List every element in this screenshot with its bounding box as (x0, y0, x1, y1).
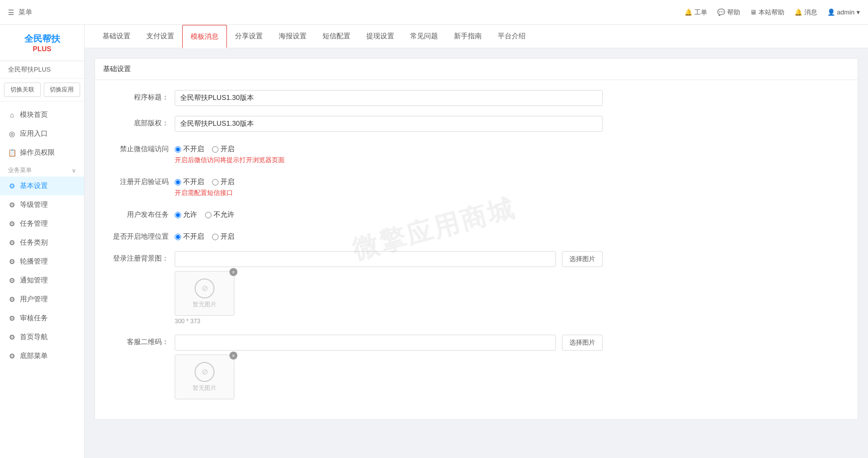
nav-item-carousel-management[interactable]: ⚙ 轮播管理 (0, 252, 84, 271)
register-verify-control: 不开启 开启 开启需配置短信接口 (175, 175, 603, 197)
service-qr-close-btn[interactable]: × (229, 352, 237, 360)
carousel-icon: ⚙ (8, 258, 16, 266)
content-area: 基础设置 程序标题： 底部版权： (85, 48, 868, 430)
user-icon: 👤 (827, 8, 835, 16)
login-bg-input[interactable] (175, 251, 556, 267)
user-publish-allow-radio[interactable] (175, 212, 181, 218)
program-title-input[interactable] (175, 90, 603, 106)
nav-item-operator-permission[interactable]: 📋 操作员权限 (0, 143, 84, 162)
home-nav-icon: ⚙ (8, 333, 16, 341)
nav-item-bottom-menu[interactable]: ⚙ 底部菜单 (0, 347, 84, 366)
disable-wechat-on-option[interactable]: 开启 (212, 145, 234, 154)
service-qr-label: 客服二维码： (110, 335, 175, 347)
topbar-right: 🔔 工单 💬 帮助 🖥 本站帮助 🔔 消息 👤 admin ▾ (684, 8, 860, 17)
nav-item-home-nav[interactable]: ⚙ 首页导航 (0, 328, 84, 347)
bottom-copyright-input[interactable] (175, 116, 603, 132)
home-icon: ⌂ (8, 111, 16, 119)
form-row-disable-wechat: 禁止微信端访问 不开启 开启 开启后微信访问将提示 (110, 142, 843, 165)
switch-app-btn[interactable]: 切换应用 (44, 83, 81, 97)
service-qr-btn[interactable]: 选择图片 (562, 335, 603, 351)
login-bg-label: 登录注册背景图： (110, 251, 175, 263)
nav-label-level-management: 等级管理 (20, 200, 48, 209)
workorder-icon: 🔔 (684, 8, 692, 16)
nav-item-module-home[interactable]: ⌂ 模块首页 (0, 105, 84, 124)
tab-basic-settings[interactable]: 基础设置 (95, 25, 138, 48)
form-container: 程序标题： 底部版权： 禁止微信端访问 (95, 80, 858, 420)
collapse-icon: ∨ (72, 167, 76, 174)
task-category-icon: ⚙ (8, 239, 16, 247)
nav-item-level-management[interactable]: ⚙ 等级管理 (0, 195, 84, 214)
register-verify-off-radio[interactable] (175, 179, 181, 185)
notification-management-icon: ⚙ (8, 276, 16, 284)
form-row-register-verify: 注册开启验证码 不开启 开启 开启需配置短信接口 (110, 175, 843, 197)
register-verify-on-option[interactable]: 开启 (212, 178, 234, 186)
help-icon: 💬 (717, 8, 725, 16)
disable-wechat-label: 禁止微信端访问 (110, 142, 175, 154)
tab-platform-intro[interactable]: 平台介绍 (490, 25, 534, 48)
level-management-icon: ⚙ (8, 201, 16, 209)
geo-location-on-option[interactable]: 开启 (212, 232, 234, 241)
geo-location-radio-group: 不开启 开启 (175, 229, 603, 241)
user-publish-label: 用户发布任务 (110, 207, 175, 219)
geo-location-on-radio[interactable] (212, 234, 218, 240)
nav-item-user-management[interactable]: ⚙ 用户管理 (0, 290, 84, 309)
geo-location-label: 是否开启地理位置 (110, 229, 175, 241)
user-management-icon: ⚙ (8, 295, 16, 303)
nav-label-notification-management: 通知管理 (20, 276, 48, 285)
form-row-bottom-copyright: 底部版权： (110, 116, 843, 132)
register-verify-off-label: 不开启 (183, 178, 204, 186)
program-title-label: 程序标题： (110, 90, 175, 102)
user-publish-deny-label: 不允许 (214, 210, 234, 219)
user-label: admin (837, 8, 855, 16)
sidebar-nav: ⌂ 模块首页 ◎ 应用入口 📋 操作员权限 业务菜单 ∨ ⚙ 基本设置 ⚙ 等 (0, 101, 84, 369)
geo-location-off-option[interactable]: 不开启 (175, 232, 204, 241)
logo-sub: PLUS (8, 45, 76, 53)
service-qr-preview-wrap: ⊘ 暂无图片 × (175, 355, 234, 399)
login-bg-close-btn[interactable]: × (229, 268, 237, 276)
tab-poster-settings[interactable]: 海报设置 (271, 25, 315, 48)
disable-wechat-off-option[interactable]: 不开启 (175, 145, 204, 154)
sidebar-switch-btns: 切换关联 切换应用 (0, 79, 84, 101)
tab-withdraw-settings[interactable]: 提现设置 (358, 25, 402, 48)
nav-label-task-management: 任务管理 (20, 219, 48, 228)
site-help-icon: 🖥 (750, 8, 757, 16)
nav-item-task-management[interactable]: ⚙ 任务管理 (0, 214, 84, 233)
disable-wechat-on-radio[interactable] (212, 146, 218, 153)
nav-label-carousel-management: 轮播管理 (20, 257, 48, 266)
user-publish-deny-radio[interactable] (205, 212, 212, 218)
site-help-label: 本站帮助 (759, 8, 784, 17)
tab-beginner-guide[interactable]: 新手指南 (446, 25, 490, 48)
register-verify-on-radio[interactable] (212, 179, 218, 185)
site-help-item[interactable]: 🖥 本站帮助 (750, 8, 784, 17)
switch-association-btn[interactable]: 切换关联 (4, 83, 41, 97)
login-bg-preview-wrap: ⊘ 暂无图片 × (175, 271, 234, 316)
login-bg-btn[interactable]: 选择图片 (562, 251, 603, 267)
workorder-item[interactable]: 🔔 工单 (684, 8, 707, 17)
nav-item-app-entry[interactable]: ◎ 应用入口 (0, 124, 84, 143)
register-verify-off-option[interactable]: 不开启 (175, 178, 204, 186)
tab-share-settings[interactable]: 分享设置 (227, 25, 271, 48)
tab-template-message[interactable]: 模板消息 (182, 25, 227, 48)
nav-item-review-task[interactable]: ⚙ 审核任务 (0, 309, 84, 328)
menu-icon: ☰ (8, 8, 14, 16)
nav-item-task-category[interactable]: ⚙ 任务类别 (0, 233, 84, 252)
user-publish-deny-option[interactable]: 不允许 (205, 210, 234, 219)
login-bg-control: 选择图片 ⊘ 暂无图片 × 300 * 373 (175, 251, 603, 325)
topbar: ☰ 菜单 🔔 工单 💬 帮助 🖥 本站帮助 🔔 消息 👤 admin ▾ (0, 0, 868, 25)
tab-faq[interactable]: 常见问题 (402, 25, 446, 48)
nav-item-basic-settings[interactable]: ⚙ 基本设置 (0, 177, 84, 195)
tab-sms-config[interactable]: 短信配置 (315, 25, 358, 48)
geo-location-off-radio[interactable] (175, 234, 181, 240)
tabs-bar: 基础设置 支付设置 模板消息 分享设置 海报设置 短信配置 提现设置 常见问题 … (85, 25, 868, 48)
user-publish-allow-option[interactable]: 允许 (175, 210, 197, 219)
tab-payment-settings[interactable]: 支付设置 (138, 25, 182, 48)
bottom-menu-icon: ⚙ (8, 352, 16, 360)
user-item[interactable]: 👤 admin ▾ (827, 8, 860, 16)
form-row-login-bg: 登录注册背景图： 选择图片 ⊘ 暂无图片 × (110, 251, 843, 325)
disable-wechat-off-radio[interactable] (175, 146, 181, 153)
service-qr-input[interactable] (175, 335, 556, 351)
notification-item[interactable]: 🔔 消息 (794, 8, 817, 17)
user-publish-allow-label: 允许 (183, 210, 197, 219)
nav-item-notification-management[interactable]: ⚙ 通知管理 (0, 271, 84, 290)
help-item[interactable]: 💬 帮助 (717, 8, 740, 17)
